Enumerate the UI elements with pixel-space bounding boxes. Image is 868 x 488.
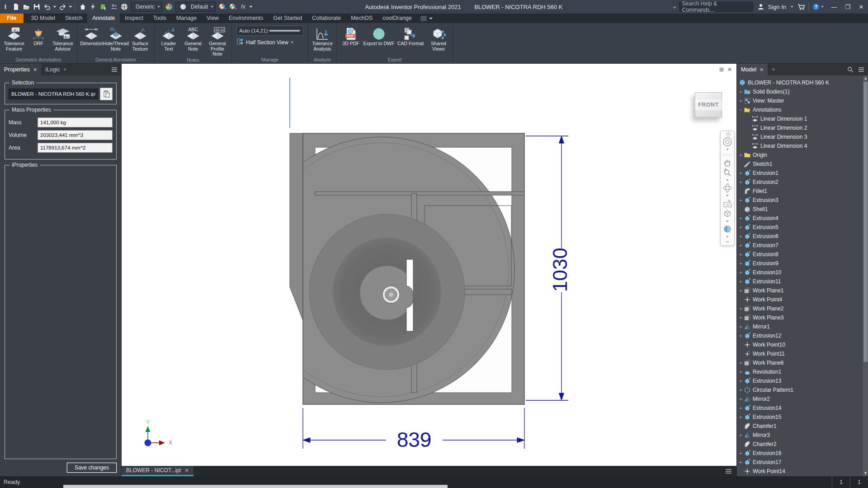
volume-field[interactable] [38, 130, 113, 140]
color-wheel-x-icon[interactable]: ✕ [227, 1, 238, 12]
expander[interactable]: + [738, 405, 744, 411]
expander[interactable]: + [738, 396, 744, 402]
shared-views-button[interactable]: SharedViews [426, 24, 451, 52]
tree-item-shell1[interactable]: Shell1 [737, 205, 868, 214]
tab-model[interactable]: Model ✕ [737, 64, 768, 75]
chevron-down-icon[interactable] [722, 235, 733, 239]
expander[interactable]: + [738, 333, 744, 338]
tree-item-work-plane3[interactable]: +Work Plane3 [737, 313, 868, 322]
expander[interactable]: + [738, 360, 744, 366]
scroll-up-icon[interactable]: ▲ [863, 75, 868, 81]
expander[interactable]: + [738, 179, 744, 185]
ribbon-tab-tools[interactable]: Tools [148, 14, 171, 23]
navigation-wheel-icon[interactable] [722, 137, 733, 147]
tree-item-blower-nicotra-rdh-560-k[interactable]: BLOWER - NICOTRA RDH 560 K [737, 78, 868, 87]
tree-item-extrusion6[interactable]: +Extrusion6 [737, 232, 868, 241]
chevron-down-icon[interactable] [722, 193, 733, 198]
tree-item-extrusion10[interactable]: +Extrusion10 [737, 268, 868, 277]
inventor-logo-icon[interactable]: I [0, 1, 10, 12]
tree-item-extrusion13[interactable]: +Extrusion13 [737, 376, 868, 385]
tree-item-work-point10[interactable]: Work Point10 [737, 340, 868, 349]
undo-icon[interactable] [42, 1, 52, 12]
expander[interactable]: + [738, 432, 744, 438]
cad-format-button[interactable]: CAD Format [395, 24, 426, 47]
close-icon[interactable]: ✕ [33, 67, 37, 73]
expander[interactable]: + [738, 324, 744, 329]
collapse-arrow-icon[interactable]: ▸ [674, 5, 676, 9]
tree-item-linear-dimension-3[interactable]: Linear Dimension 3 [737, 132, 868, 141]
sketch-flash-icon[interactable] [88, 1, 98, 12]
expander[interactable]: + [738, 306, 744, 311]
tree-item-chamfer2[interactable]: Chamfer2 [737, 440, 868, 449]
ribbon-tab-3d-model[interactable]: 3D Model [26, 14, 61, 23]
nav-collapse-icon[interactable] [722, 239, 733, 244]
pan-hand-icon[interactable] [722, 157, 733, 167]
expander[interactable]: + [738, 414, 744, 420]
expander[interactable]: + [738, 460, 744, 465]
expander[interactable]: + [738, 216, 744, 221]
selection-field[interactable] [9, 89, 98, 99]
chevron-down-icon[interactable] [722, 178, 733, 183]
export-to-dwf-button[interactable]: Export to DWF [363, 24, 395, 47]
drf-button[interactable]: DRF [26, 24, 51, 47]
chevron-down-icon[interactable] [821, 6, 824, 8]
tree-item-extrusion16[interactable]: +Extrusion16 [737, 449, 868, 458]
expander[interactable]: + [738, 369, 744, 375]
expander[interactable]: + [738, 252, 744, 257]
expander[interactable]: + [738, 387, 744, 393]
addin-logo-icon[interactable] [417, 14, 437, 23]
ribbon-tab-manage[interactable]: Manage [171, 14, 202, 23]
ribbon-tab-collaborate[interactable]: Collaborate [307, 14, 346, 23]
scroll-down-icon[interactable]: ▼ [863, 470, 868, 476]
color-wheel-icon[interactable] [164, 1, 174, 12]
tree-item-extrusion5[interactable]: +Extrusion5 [737, 223, 868, 232]
ribbon-tab-mechds[interactable]: MechDS [346, 14, 377, 23]
ribbon-tab-file[interactable]: File [0, 14, 24, 23]
tree-item-work-point11[interactable]: Work Point11 [737, 349, 868, 358]
chevron-down-icon[interactable] [249, 6, 253, 8]
sign-in-button[interactable]: Sign In [768, 4, 786, 10]
tree-item-annotations[interactable]: −Annotations [737, 105, 868, 114]
expander[interactable]: + [738, 261, 744, 266]
close-icon[interactable]: ✕ [760, 67, 764, 73]
tree-item-extrusion3[interactable]: +Extrusion3 [737, 196, 868, 205]
search-icon[interactable] [847, 66, 854, 73]
tree-item-sketch1[interactable]: Sketch1 [737, 160, 868, 169]
tolerance-feature-button[interactable]: ⊕1ToleranceFeature [2, 24, 26, 52]
new-file-icon[interactable] [10, 1, 21, 12]
cart-icon[interactable] [796, 1, 807, 12]
add-tab-icon[interactable]: + [63, 66, 66, 73]
tree-item-chamfer1[interactable]: Chamfer1 [737, 422, 868, 431]
people-icon[interactable] [108, 1, 119, 12]
half-section-view-button[interactable]: Half Section View [236, 38, 303, 47]
expander[interactable]: + [738, 98, 744, 103]
mass-field[interactable] [38, 117, 113, 127]
ribbon-tab-view[interactable]: View [202, 14, 224, 23]
tree-item-mirror3[interactable]: +Mirror3 [737, 431, 868, 440]
expander[interactable]: + [738, 234, 744, 239]
color-wheel-add-icon[interactable]: + [217, 1, 227, 12]
tree-item-linear-dimension-1[interactable]: Linear Dimension 1 [737, 114, 868, 123]
viewcube[interactable]: FRONT [695, 92, 722, 117]
tree-item-work-point14[interactable]: Work Point14 [737, 467, 868, 476]
redo-icon[interactable] [57, 1, 68, 12]
area-field[interactable] [38, 143, 113, 153]
dimension-button[interactable]: Dimension [79, 24, 104, 47]
viewport[interactable]: 1030 839 Y X [122, 64, 736, 476]
tree-item-work-plane6[interactable]: +Work Plane6 [737, 358, 868, 367]
tree-item-extrusion9[interactable]: +Extrusion9 [737, 259, 868, 268]
save-icon[interactable] [31, 1, 42, 12]
chevron-down-icon[interactable] [722, 219, 733, 224]
tree-item-extrusion11[interactable]: +Extrusion11 [737, 277, 868, 286]
tab-properties[interactable]: Properties ✕ [0, 64, 41, 75]
split-view-icon[interactable]: ⊞ [719, 66, 724, 73]
tree-item-fillet1[interactable]: Fillet1 [737, 187, 868, 196]
chevron-down-icon[interactable] [722, 147, 733, 152]
surface-texture-button[interactable]: SurfaceTexture [128, 24, 152, 52]
tree-item-linear-dimension-2[interactable]: Linear Dimension 2 [737, 123, 868, 132]
expander[interactable]: + [738, 288, 744, 293]
close-button[interactable]: ✕ [854, 0, 868, 14]
visual-style-icon[interactable] [722, 224, 733, 234]
close-icon[interactable]: ✕ [184, 467, 189, 474]
expander[interactable]: + [738, 197, 744, 203]
